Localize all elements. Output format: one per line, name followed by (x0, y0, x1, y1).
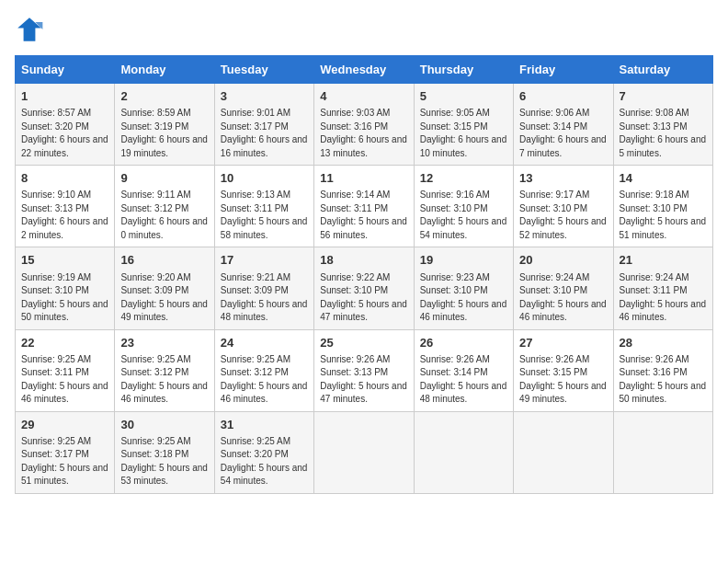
day-info: Sunrise: 9:14 AMSunset: 3:11 PMDaylight:… (320, 189, 407, 242)
days-header-row: Sunday Monday Tuesday Wednesday Thursday… (16, 56, 713, 84)
empty-cell (613, 411, 712, 493)
calendar-day-12: 12Sunrise: 9:16 AMSunset: 3:10 PMDayligh… (414, 166, 513, 247)
day-info: Sunrise: 9:26 AMSunset: 3:16 PMDaylight:… (620, 353, 707, 407)
day-number: 13 (519, 170, 607, 187)
day-number: 26 (420, 335, 507, 351)
day-info: Sunrise: 9:08 AMSunset: 3:13 PMDaylight:… (620, 107, 707, 160)
calendar-day-17: 17Sunrise: 9:21 AMSunset: 3:09 PMDayligh… (214, 247, 313, 329)
day-number: 11 (320, 170, 407, 187)
empty-cell (414, 411, 513, 493)
calendar-day-9: 9Sunrise: 9:11 AMSunset: 3:12 PMDaylight… (115, 166, 214, 247)
day-number: 19 (420, 252, 507, 269)
day-info: Sunrise: 9:24 AMSunset: 3:11 PMDaylight:… (620, 271, 707, 325)
day-number: 18 (320, 252, 407, 269)
header-saturday: Saturday (613, 56, 712, 84)
day-number: 25 (320, 335, 407, 351)
day-info: Sunrise: 9:06 AMSunset: 3:14 PMDaylight:… (519, 107, 607, 160)
calendar-day-30: 30Sunrise: 9:25 AMSunset: 3:18 PMDayligh… (115, 411, 214, 493)
calendar-day-27: 27Sunrise: 9:26 AMSunset: 3:15 PMDayligh… (514, 329, 613, 411)
calendar-week-5: 29Sunrise: 9:25 AMSunset: 3:17 PMDayligh… (16, 411, 713, 493)
header-wednesday: Wednesday (314, 56, 414, 84)
day-info: Sunrise: 9:25 AMSunset: 3:12 PMDaylight:… (120, 353, 208, 407)
empty-cell (514, 411, 613, 493)
calendar-week-3: 15Sunrise: 9:19 AMSunset: 3:10 PMDayligh… (16, 247, 713, 329)
day-info: Sunrise: 9:19 AMSunset: 3:10 PMDaylight:… (21, 271, 108, 325)
day-number: 29 (21, 417, 108, 433)
day-info: Sunrise: 9:26 AMSunset: 3:14 PMDaylight:… (420, 353, 507, 407)
day-info: Sunrise: 9:26 AMSunset: 3:13 PMDaylight:… (320, 353, 407, 407)
day-info: Sunrise: 9:11 AMSunset: 3:12 PMDaylight:… (120, 189, 208, 242)
day-info: Sunrise: 8:57 AMSunset: 3:20 PMDaylight:… (21, 107, 108, 160)
day-number: 22 (21, 335, 108, 351)
day-number: 8 (21, 170, 108, 187)
calendar-day-23: 23Sunrise: 9:25 AMSunset: 3:12 PMDayligh… (115, 329, 214, 411)
calendar-day-1: 1Sunrise: 8:57 AMSunset: 3:20 PMDaylight… (16, 84, 115, 166)
header-thursday: Thursday (414, 56, 513, 84)
calendar-day-25: 25Sunrise: 9:26 AMSunset: 3:13 PMDayligh… (314, 329, 414, 411)
calendar-day-3: 3Sunrise: 9:01 AMSunset: 3:17 PMDaylight… (214, 84, 313, 166)
day-number: 2 (120, 88, 208, 105)
day-number: 6 (519, 88, 607, 105)
day-info: Sunrise: 9:25 AMSunset: 3:18 PMDaylight:… (120, 435, 208, 488)
day-number: 9 (120, 170, 208, 187)
day-info: Sunrise: 9:24 AMSunset: 3:10 PMDaylight:… (519, 271, 607, 325)
day-number: 14 (620, 170, 707, 187)
day-info: Sunrise: 9:18 AMSunset: 3:10 PMDaylight:… (620, 189, 707, 242)
calendar-day-24: 24Sunrise: 9:25 AMSunset: 3:12 PMDayligh… (214, 329, 313, 411)
day-info: Sunrise: 9:05 AMSunset: 3:15 PMDaylight:… (420, 107, 507, 160)
calendar-day-2: 2Sunrise: 8:59 AMSunset: 3:19 PMDaylight… (115, 84, 214, 166)
calendar-day-28: 28Sunrise: 9:26 AMSunset: 3:16 PMDayligh… (613, 329, 712, 411)
day-number: 12 (420, 170, 507, 187)
header-friday: Friday (514, 56, 613, 84)
calendar-day-18: 18Sunrise: 9:22 AMSunset: 3:10 PMDayligh… (314, 247, 414, 329)
calendar-week-2: 8Sunrise: 9:10 AMSunset: 3:13 PMDaylight… (16, 166, 713, 247)
calendar-day-8: 8Sunrise: 9:10 AMSunset: 3:13 PMDaylight… (16, 166, 115, 247)
day-info: Sunrise: 9:17 AMSunset: 3:10 PMDaylight:… (519, 189, 607, 242)
calendar-week-4: 22Sunrise: 9:25 AMSunset: 3:11 PMDayligh… (16, 329, 713, 411)
day-number: 17 (221, 252, 308, 269)
day-info: Sunrise: 9:10 AMSunset: 3:13 PMDaylight:… (21, 189, 108, 242)
calendar-day-6: 6Sunrise: 9:06 AMSunset: 3:14 PMDaylight… (514, 84, 613, 166)
day-number: 31 (221, 417, 308, 433)
day-number: 10 (221, 170, 308, 187)
day-number: 5 (420, 88, 507, 105)
day-info: Sunrise: 9:23 AMSunset: 3:10 PMDaylight:… (420, 271, 507, 325)
calendar-day-11: 11Sunrise: 9:14 AMSunset: 3:11 PMDayligh… (314, 166, 414, 247)
empty-cell (314, 411, 414, 493)
calendar-day-14: 14Sunrise: 9:18 AMSunset: 3:10 PMDayligh… (613, 166, 712, 247)
day-info: Sunrise: 9:20 AMSunset: 3:09 PMDaylight:… (120, 271, 208, 325)
day-number: 23 (120, 335, 208, 351)
day-info: Sunrise: 9:03 AMSunset: 3:16 PMDaylight:… (320, 107, 407, 160)
calendar-day-15: 15Sunrise: 9:19 AMSunset: 3:10 PMDayligh… (16, 247, 115, 329)
day-number: 24 (221, 335, 308, 351)
day-number: 20 (519, 252, 607, 269)
day-info: Sunrise: 9:25 AMSunset: 3:17 PMDaylight:… (21, 435, 108, 488)
day-info: Sunrise: 9:22 AMSunset: 3:10 PMDaylight:… (320, 271, 407, 325)
calendar-table: Sunday Monday Tuesday Wednesday Thursday… (15, 55, 713, 494)
day-number: 7 (620, 88, 707, 105)
day-info: Sunrise: 9:16 AMSunset: 3:10 PMDaylight:… (420, 189, 507, 242)
calendar-day-29: 29Sunrise: 9:25 AMSunset: 3:17 PMDayligh… (16, 411, 115, 493)
calendar-day-20: 20Sunrise: 9:24 AMSunset: 3:10 PMDayligh… (514, 247, 613, 329)
calendar-day-4: 4Sunrise: 9:03 AMSunset: 3:16 PMDaylight… (314, 84, 414, 166)
calendar-day-10: 10Sunrise: 9:13 AMSunset: 3:11 PMDayligh… (214, 166, 313, 247)
header-monday: Monday (115, 56, 214, 84)
header-tuesday: Tuesday (214, 56, 313, 84)
day-number: 28 (620, 335, 707, 351)
calendar-day-16: 16Sunrise: 9:20 AMSunset: 3:09 PMDayligh… (115, 247, 214, 329)
day-info: Sunrise: 9:25 AMSunset: 3:11 PMDaylight:… (21, 353, 108, 407)
calendar-week-1: 1Sunrise: 8:57 AMSunset: 3:20 PMDaylight… (16, 84, 713, 166)
header (15, 15, 713, 44)
day-number: 1 (21, 88, 108, 105)
calendar-day-7: 7Sunrise: 9:08 AMSunset: 3:13 PMDaylight… (613, 84, 712, 166)
day-info: Sunrise: 9:13 AMSunset: 3:11 PMDaylight:… (221, 189, 308, 242)
logo (15, 15, 48, 44)
day-info: Sunrise: 9:21 AMSunset: 3:09 PMDaylight:… (221, 271, 308, 325)
calendar-day-26: 26Sunrise: 9:26 AMSunset: 3:14 PMDayligh… (414, 329, 513, 411)
logo-icon (15, 15, 44, 44)
day-number: 15 (21, 252, 108, 269)
svg-marker-0 (17, 17, 41, 41)
day-number: 3 (221, 88, 308, 105)
calendar-day-5: 5Sunrise: 9:05 AMSunset: 3:15 PMDaylight… (414, 84, 513, 166)
day-number: 16 (120, 252, 208, 269)
